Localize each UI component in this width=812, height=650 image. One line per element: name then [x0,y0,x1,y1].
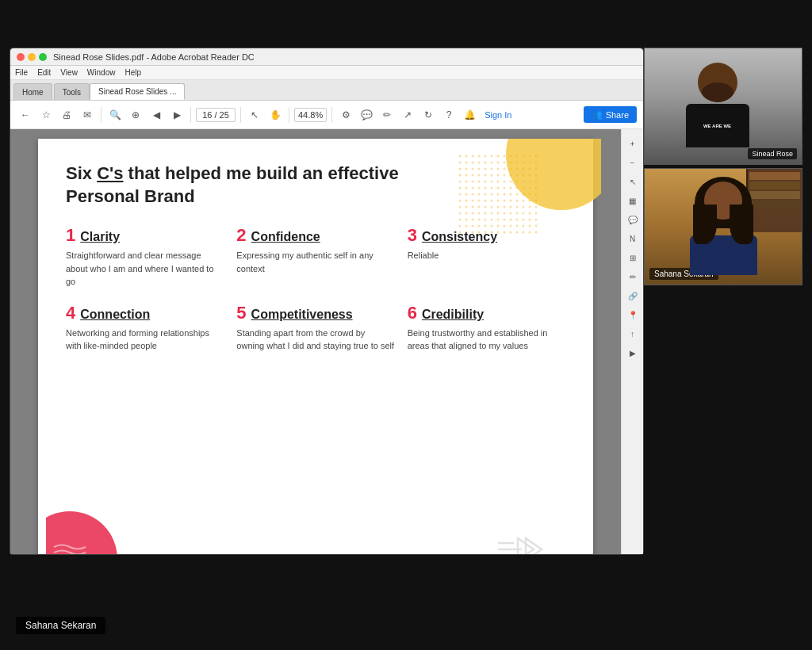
cs-header-3: 3 Consistency [408,227,565,244]
title-bar: Sinead Rose Slides.pdf - Adobe Acrobat R… [10,48,643,66]
comment-icon[interactable]: 💬 [358,106,375,124]
bottom-name-badge: Sahana Sekaran [16,617,105,634]
minimize-btn[interactable] [28,53,36,61]
cs-item-5: 5 Competitiveness Standing apart from th… [236,304,394,353]
cs-desc-1: Straightforward and clear message about … [66,249,224,289]
svg-rect-2 [458,155,538,234]
tools-icon[interactable]: ⚙ [337,106,354,124]
print-icon[interactable]: 🖨 [58,106,75,124]
hand-icon[interactable]: ✋ [266,106,284,124]
cursor-icon[interactable]: ↖ [246,106,263,124]
person1-head [698,63,737,102]
close-btn[interactable] [17,53,25,61]
sidebar-cursor[interactable]: ↖ [625,174,641,189]
zoom-out-icon[interactable]: 🔍 [106,106,124,124]
sidebar-export[interactable]: ↑ [625,326,641,342]
menu-view[interactable]: View [60,68,78,77]
cs-number-6: 6 [408,304,417,322]
share2-icon[interactable]: ↗ [399,106,416,124]
toolbar-sep-3 [240,107,241,123]
notification-icon[interactable]: 🔔 [461,106,478,124]
cs-header-1: 1 Clarity [66,227,224,244]
menu-file[interactable]: File [15,68,28,77]
zoom-in-icon[interactable]: ⊕ [127,106,144,124]
tab-tools[interactable]: Tools [54,83,90,100]
cs-desc-2: Expressing my authentic self in any cont… [236,249,394,275]
sidebar-comment[interactable]: 💬 [625,212,641,228]
sidebar-table[interactable]: ⊞ [625,250,641,266]
bookmark-icon[interactable]: ☆ [37,106,55,124]
sidebar-zoom-out[interactable]: − [625,155,641,170]
tab-active-file[interactable]: Sinead Rose Slides ... [90,83,185,100]
cs-header-5: 5 Competitiveness [236,304,394,322]
cs-title-4: Connection [80,308,150,322]
back-icon[interactable]: ← [17,106,34,124]
cs-title-3: Consistency [422,230,497,244]
screen-container: Sinead Rose Slides.pdf - Adobe Acrobat R… [0,0,812,650]
cs-number-5: 5 [236,304,246,322]
title-bar-buttons [17,53,47,61]
cs-header-4: 4 Connection [66,304,224,322]
cs-item-1: 1 Clarity Straightforward and clear mess… [66,227,224,289]
sidebar-pages[interactable]: ▦ [625,193,641,208]
page-counter[interactable]: 16 / 25 [196,108,236,122]
cs-header-6: 6 Credibility [408,304,565,322]
cs-item-6: 6 Credibility Being trustworthy and esta… [408,304,565,353]
pdf-content[interactable]: Six C's that helped me build an effectiv… [10,129,621,554]
title-underline: C's [97,163,123,183]
menu-help[interactable]: Help [124,68,141,77]
title-part2: that helped me build an effective [124,163,399,183]
sidebar-link[interactable]: 🔗 [625,288,641,304]
email-icon[interactable]: ✉ [79,106,96,124]
tab-home[interactable]: Home [13,83,52,100]
person2-head-container [701,177,745,232]
deco-bottom-left [46,503,117,554]
person1-shirt-text: WE ARE WE [703,124,731,128]
sidebar-pen[interactable]: ✏ [625,269,641,285]
share-label: Share [606,110,629,120]
right-sidebar: + − ↖ ▦ 💬 N ⊞ ✏ 🔗 📍 ↑ ▶ [621,129,643,554]
pen-icon[interactable]: ✏ [378,106,396,124]
sidebar-zoom-in[interactable]: + [625,136,641,151]
prev-page-icon[interactable]: ◀ [147,106,165,124]
cs-title-2: Confidence [251,230,320,244]
slide: Six C's that helped me build an effectiv… [38,139,593,554]
cs-title-1: Clarity [80,230,120,244]
toolbar-sep-4 [289,107,289,123]
toolbar: ← ☆ 🖨 ✉ 🔍 ⊕ ◀ ▶ 16 / 25 ↖ ✋ 44.8% ⚙ 💬 ✏ … [10,101,643,129]
menu-edit[interactable]: Edit [37,68,51,77]
person1-video: WE ARE WE [645,48,802,164]
sidebar-collapse[interactable]: ▶ [625,345,641,361]
refresh-icon[interactable]: ↻ [419,106,437,124]
cs-item-2: 2 Confidence Expressing my authentic sel… [236,227,394,289]
pdf-area: Six C's that helped me build an effectiv… [10,129,643,554]
share-button[interactable]: 👥 Share [584,106,637,123]
person2-hair-right [730,205,753,244]
person1-body: WE ARE WE [686,104,749,147]
menu-window[interactable]: Window [87,68,116,77]
tab-bar: Home Tools Sinead Rose Slides ... [10,80,643,101]
sidebar-marker[interactable]: 📍 [625,307,641,323]
cs-number-4: 4 [66,304,75,322]
window-title: Sinead Rose Slides.pdf - Adobe Acrobat R… [53,52,255,62]
title-line2: Personal Brand [66,186,195,206]
sign-in-button[interactable]: Sign In [481,110,515,120]
toolbar-sep-1 [101,107,102,123]
dots-pattern [458,155,538,234]
cs-title-6: Credibility [422,308,484,322]
sidebar-plugin[interactable]: N [625,231,641,247]
title-part1: Six [66,163,97,183]
cs-header-2: 2 Confidence [236,227,394,244]
cs-item-3: 3 Consistency Reliable [408,227,565,289]
cs-desc-6: Being trustworthy and established in are… [408,327,565,353]
six-cs-grid: 1 Clarity Straightforward and clear mess… [66,227,565,353]
next-page-icon[interactable]: ▶ [168,106,186,124]
cs-desc-5: Standing apart from the crowd by owning … [236,327,394,353]
maximize-btn[interactable] [39,53,47,61]
cs-desc-3: Reliable [408,249,565,262]
video-panel-2: Sahana Sekaran [644,168,802,285]
video1-name-label: Sinead Rose [748,148,797,159]
zoom-level[interactable]: 44.8% [294,108,327,122]
cs-desc-4: Networking and forming relationships wit… [66,327,224,353]
help-icon[interactable]: ? [440,106,458,124]
